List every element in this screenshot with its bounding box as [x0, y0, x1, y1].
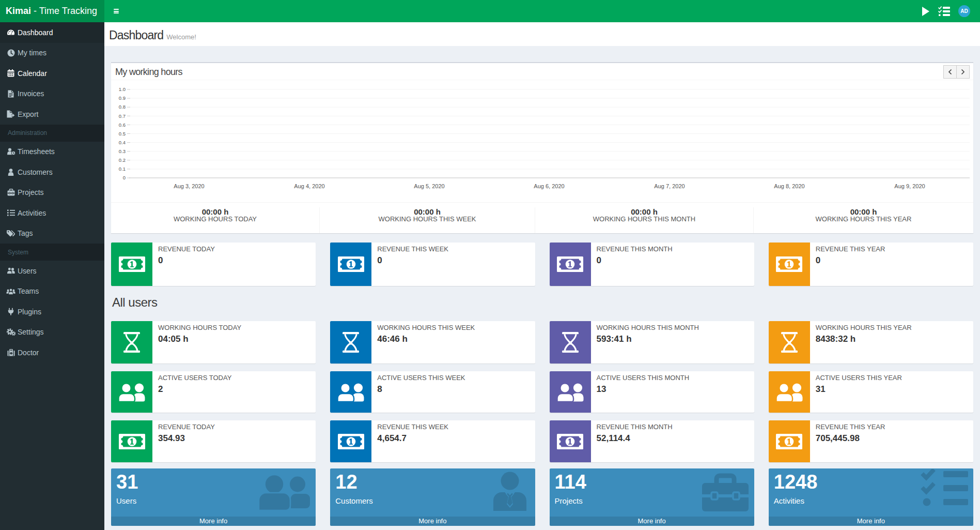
- svg-text:Aug 5, 2020: Aug 5, 2020: [414, 183, 444, 189]
- svg-text:Aug 4, 2020: Aug 4, 2020: [294, 183, 324, 189]
- svg-text:0.5: 0.5: [119, 131, 126, 137]
- svg-text:0.2: 0.2: [119, 157, 126, 163]
- svg-text:0.6: 0.6: [119, 122, 126, 128]
- svg-text:1.0: 1.0: [119, 86, 126, 92]
- svg-text:0.7: 0.7: [119, 113, 126, 119]
- svg-text:Aug 9, 2020: Aug 9, 2020: [894, 183, 925, 189]
- svg-text:Aug 8, 2020: Aug 8, 2020: [774, 183, 804, 189]
- svg-text:Aug 3, 2020: Aug 3, 2020: [174, 183, 204, 189]
- svg-text:0: 0: [123, 175, 126, 180]
- svg-text:0.8: 0.8: [119, 104, 126, 110]
- svg-text:0.1: 0.1: [119, 166, 126, 172]
- svg-text:0.3: 0.3: [119, 148, 126, 154]
- svg-text:0.9: 0.9: [119, 95, 126, 101]
- svg-text:Aug 6, 2020: Aug 6, 2020: [534, 183, 564, 189]
- svg-text:Aug 7, 2020: Aug 7, 2020: [654, 183, 685, 189]
- svg-text:0.4: 0.4: [119, 140, 126, 145]
